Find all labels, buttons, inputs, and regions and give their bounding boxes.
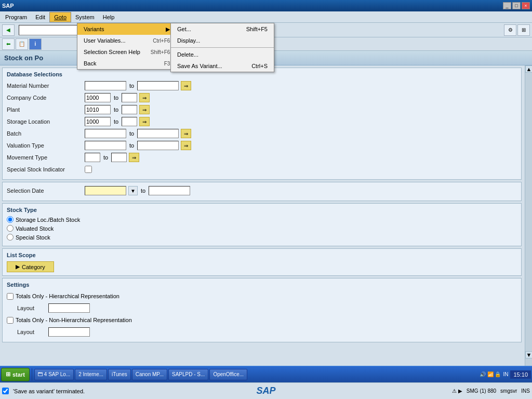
movement-type-arrow[interactable]: ⇒ [129, 153, 139, 162]
start-label: start [12, 371, 25, 378]
valuation-type-to[interactable] [137, 141, 179, 150]
storage-location-to[interactable] [122, 117, 137, 126]
valuated-stock-radio[interactable] [7, 225, 14, 232]
totals-hierarchical-checkbox[interactable] [7, 293, 14, 300]
storage-location-row: Storage Location to ⇒ [7, 116, 517, 127]
selection-date-from[interactable] [85, 186, 126, 195]
company-code-from[interactable] [85, 93, 111, 102]
scroll-down[interactable]: ▼ [525, 351, 532, 358]
menu-edit[interactable]: Edit [31, 12, 49, 22]
info-btn[interactable]: i [29, 38, 42, 50]
movement-type-from[interactable] [85, 153, 100, 162]
variants-submenu-arrow: ▶ [166, 26, 170, 33]
menu-system[interactable]: System [71, 12, 99, 22]
calendar-button[interactable]: ▼ [128, 186, 138, 195]
back-button[interactable]: ◀ [2, 24, 15, 36]
windows-icon: ⊞ [6, 371, 10, 378]
maximize-button[interactable]: □ [512, 2, 521, 9]
layout-h-input[interactable] [48, 303, 90, 313]
material-number-row: Material Number to ⇒ [7, 81, 517, 91]
batch-to[interactable] [137, 129, 179, 138]
company-code-to[interactable] [122, 93, 137, 102]
selection-date-to[interactable] [149, 186, 190, 195]
grid-icon[interactable]: ⊞ [517, 24, 530, 36]
category-button[interactable]: ▶ Category [7, 261, 54, 272]
minimize-button[interactable]: _ [503, 2, 511, 9]
list-scope-title: List Scope [7, 252, 517, 258]
taskbar-sap-icon: 🗔 [38, 371, 43, 377]
status-bar: 'Save as variant' terminated. SAP ⚠ ▶ SM… [0, 382, 532, 399]
taskbar-clock: 15:10 [510, 370, 531, 379]
plant-row: Plant to ⇒ [7, 104, 517, 115]
material-number-to[interactable] [137, 81, 179, 90]
taskbar-btn-sap[interactable]: 🗔 4 SAP Lo... [34, 369, 74, 380]
nav-back-btn[interactable]: ⬅ [2, 38, 15, 50]
totals-non-hierarchical-checkbox[interactable] [7, 317, 14, 324]
batch-from[interactable] [85, 129, 126, 138]
totals-hierarchical-row: Totals Only - Hierarchical Representatio… [7, 291, 517, 301]
special-stock-radio-label: Special Stock [16, 234, 50, 241]
close-button[interactable]: × [522, 2, 530, 9]
menu-help[interactable]: Help [99, 12, 119, 22]
storage-location-from[interactable] [85, 117, 111, 126]
layout-nh-label: Layout [17, 329, 48, 335]
company-code-arrow[interactable]: ⇒ [139, 93, 150, 102]
storage-location-label: Storage Location [7, 118, 85, 125]
material-number-arrow[interactable]: ⇒ [181, 81, 191, 90]
scroll-up[interactable]: ▲ [525, 65, 532, 73]
batch-label: Batch [7, 130, 85, 137]
layout-nh-input[interactable] [48, 327, 90, 337]
menu-goto[interactable]: Goto [49, 12, 71, 22]
plant-to[interactable] [122, 105, 137, 114]
company-code-row: Company Code to ⇒ [7, 92, 517, 103]
start-button[interactable]: ⊞ start [1, 368, 30, 381]
goto-user-variables-item[interactable]: User Variables... Ctrl+F6 [77, 35, 176, 46]
status-server: smgsvr [500, 388, 517, 394]
scrollbar[interactable]: ▲ ▼ [525, 65, 532, 366]
storage-loc-label: Storage Loc./Batch Stock [16, 217, 80, 223]
taskbar-btn-saplpd[interactable]: SAPLPD - S... [168, 369, 208, 380]
special-stock-checkbox[interactable] [85, 166, 92, 173]
settings-icon[interactable]: ⚙ [504, 24, 516, 36]
taskbar-btn-itunes[interactable]: iTunes [108, 369, 131, 380]
goto-back-item[interactable]: Back F3 [77, 58, 176, 69]
selection-date-section: Selection Date ▼ to [2, 182, 522, 201]
plant-arrow[interactable]: ⇒ [139, 105, 150, 114]
taskbar-btn-canon[interactable]: Canon MP... [132, 369, 167, 380]
storage-loc-radio[interactable] [7, 216, 14, 223]
variant-save-as-item[interactable]: Save As Variant... Ctrl+S [171, 60, 274, 72]
goto-selection-screen-help-item[interactable]: Selection Screen Help Shift+F6 [77, 46, 176, 58]
selection-screen-help-label: Selection Screen Help [84, 49, 140, 55]
movement-type-to[interactable] [111, 153, 127, 162]
variants-submenu-container: Get... Shift+F5 Display... Delete... Sav… [170, 23, 274, 72]
menu-program[interactable]: Program [1, 12, 31, 22]
list-scope-section: List Scope ▶ Category [2, 248, 522, 276]
variant-delete-item[interactable]: Delete... [171, 49, 274, 60]
material-number-from[interactable] [85, 81, 126, 90]
valuation-type-from[interactable] [85, 141, 126, 150]
storage-location-arrow[interactable]: ⇒ [139, 117, 150, 126]
goto-variants-label: Variants [84, 26, 104, 32]
status-icons: ⚠ ▶ [452, 388, 462, 394]
variant-delete-label: Delete... [177, 51, 198, 58]
submenu-separator [171, 47, 274, 48]
status-message: 'Save as variant' terminated. [13, 388, 85, 394]
goto-variants-item[interactable]: Variants ▶ [77, 23, 176, 35]
plant-from[interactable] [85, 105, 111, 114]
goto-dropdown: Variants ▶ User Variables... Ctrl+F6 Sel… [77, 23, 177, 70]
special-stock-radio[interactable] [7, 234, 14, 241]
status-checkbox[interactable] [2, 388, 9, 394]
database-selections-section: Database Selections Material Number to ⇒… [2, 68, 522, 180]
batch-arrow[interactable]: ⇒ [181, 129, 191, 138]
page-title: Stock on Po [4, 54, 43, 62]
taskbar-btn-internet[interactable]: 2 Interne... [75, 369, 107, 380]
taskbar-right: 🔊 📶 🔒 IN 15:10 [480, 370, 531, 379]
taskbar-btn-openoffice[interactable]: OpenOffice... [209, 369, 247, 380]
movement-type-row: Movement Type to ⇒ [7, 152, 517, 163]
variant-save-as-label: Save As Variant... [177, 63, 222, 69]
title-bar: SAP _ □ × [0, 0, 532, 11]
variant-display-item[interactable]: Display... [171, 35, 274, 46]
valuation-type-arrow[interactable]: ⇒ [181, 141, 191, 150]
nav-copy-btn[interactable]: 📋 [16, 38, 28, 50]
variant-get-item[interactable]: Get... Shift+F5 [171, 23, 274, 35]
